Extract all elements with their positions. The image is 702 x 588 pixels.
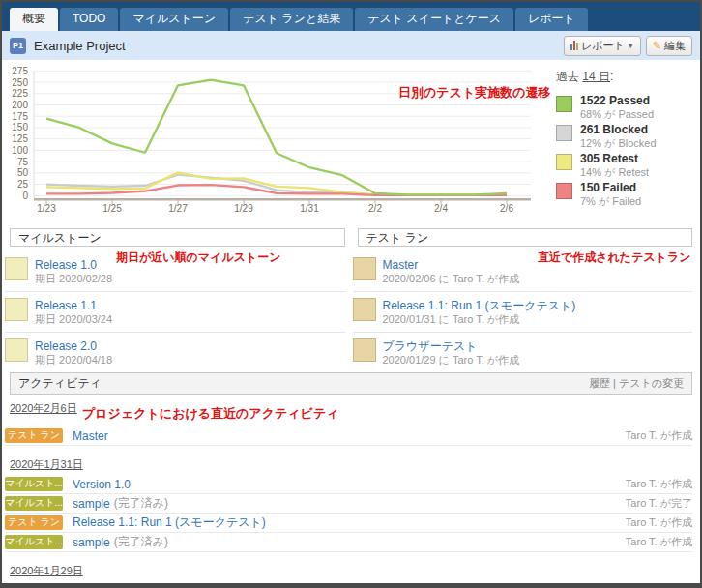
run-badge: テスト ラン xyxy=(5,515,63,530)
item-link[interactable]: Release 1.1: Run 1 (スモークテスト) xyxy=(383,300,576,311)
legend-pct: 12% が Blocked xyxy=(580,138,657,149)
activity-date: 2020年1月31日 xyxy=(10,458,83,471)
activity-links: 履歴 | テストの変更 xyxy=(589,376,684,391)
milestone-badge: マイルスト... xyxy=(5,496,63,511)
item-link[interactable]: Release 2.0 xyxy=(35,340,112,352)
legend-pct: 7% が Failed xyxy=(580,196,641,207)
legend-item: 150 Failed7% が Failed xyxy=(556,182,698,206)
project-badge: P1 xyxy=(10,38,26,54)
history-link[interactable]: 履歴 xyxy=(589,377,610,389)
item-subtext: 2020/02/06 に Taro T. が作成 xyxy=(383,274,520,284)
activity-entry-by: Taro T. が作成 xyxy=(626,477,692,491)
legend-pct: 14% が Retest xyxy=(580,167,649,178)
activity-entry: マイルスト...sample(完了済み)Taro T. が完了 xyxy=(5,494,692,514)
report-button[interactable]: レポート ▼ xyxy=(564,36,641,56)
legend-swatch xyxy=(556,96,572,112)
legend-item: 1522 Passed68% が Passed xyxy=(556,95,698,119)
activity-entry-by: Taro T. が完了 xyxy=(626,496,692,511)
tab-bar: 概要TODOマイルストーンテスト ランと結果テスト スイートとケースレポート xyxy=(2,2,700,31)
svg-text:1/29: 1/29 xyxy=(234,203,253,214)
activity-entry-suffix: (完了済み) xyxy=(114,534,168,550)
legend-pct: 68% が Passed xyxy=(580,109,654,120)
tab-2[interactable]: マイルストーン xyxy=(120,8,228,31)
tab-0[interactable]: 概要 xyxy=(10,8,58,31)
annotation-milestones: 期日が近い順のマイルストーン xyxy=(116,250,281,265)
milestone-badge: マイルスト... xyxy=(5,535,63,549)
activity-entry-link[interactable]: Release 1.1: Run 1 (スモークテスト) xyxy=(73,514,266,531)
test-run-icon xyxy=(353,257,376,280)
tab-4[interactable]: テスト スイートとケース xyxy=(355,8,513,31)
activity-entry-by: Taro T. が作成 xyxy=(626,515,692,530)
test-run-icon xyxy=(353,298,376,321)
activity-entry: テスト ランMasterTaro T. が作成 xyxy=(5,426,692,446)
milestone-badge: マイルスト... xyxy=(5,477,63,491)
svg-text:2/4: 2/4 xyxy=(434,203,448,214)
svg-text:1/27: 1/27 xyxy=(168,203,188,214)
activity-entry-link[interactable]: sample xyxy=(73,536,110,549)
legend-count: 150 Failed xyxy=(580,182,641,193)
svg-text:175: 175 xyxy=(12,111,28,122)
activity-entry: マイルスト...Version 1.0Taro T. が作成 xyxy=(5,475,692,494)
item-link[interactable]: Release 1.1 xyxy=(35,300,112,311)
chevron-down-icon: ▼ xyxy=(628,40,634,52)
run-badge: テスト ラン xyxy=(5,428,63,443)
chart-legend: 過去 14 日: 1522 Passed68% が Passed261 Bloc… xyxy=(551,60,698,217)
item-subtext: 期日 2020/02/28 xyxy=(35,274,112,284)
svg-text:125: 125 xyxy=(12,133,28,144)
activity-entry-link[interactable]: Master xyxy=(73,429,108,443)
svg-text:100: 100 xyxy=(12,145,28,156)
test-runs-panel-header: テスト ラン xyxy=(358,228,693,247)
legend-item: 305 Retest14% が Retest xyxy=(556,153,698,177)
svg-text:200: 200 xyxy=(12,100,28,110)
svg-text:1/31: 1/31 xyxy=(300,203,319,214)
svg-text:150: 150 xyxy=(12,122,28,132)
panels-row: マイルストーン Release 1.0期日 2020/02/28Release … xyxy=(2,217,700,372)
annotation-chart: 日別のテスト実施数の遷移 xyxy=(398,85,551,100)
svg-text:1/25: 1/25 xyxy=(102,203,122,214)
svg-text:225: 225 xyxy=(12,88,28,99)
bar-chart-icon xyxy=(570,41,578,50)
activity-date: 2020年2月6日 xyxy=(10,402,77,415)
activity-section: アクティビティ 履歴 | テストの変更 2020年2月6日テスト ランMaste… xyxy=(2,372,700,577)
edit-button[interactable]: ✎ 編集 xyxy=(646,36,692,56)
activity-header: アクティビティ 履歴 | テストの変更 xyxy=(10,372,692,395)
legend-count: 261 Blocked xyxy=(580,124,657,135)
svg-text:1/23: 1/23 xyxy=(37,203,56,214)
svg-text:0: 0 xyxy=(22,191,28,201)
activity-entry-link[interactable]: sample xyxy=(73,497,110,511)
list-item: Release 1.1期日 2020/03/24 xyxy=(5,291,345,332)
milestone-icon xyxy=(5,298,28,321)
pencil-icon: ✎ xyxy=(653,40,661,52)
item-subtext: 期日 2020/04/18 xyxy=(35,355,112,366)
tab-1[interactable]: TODO xyxy=(60,8,118,31)
list-item: Release 1.1: Run 1 (スモークテスト)2020/01/31 に… xyxy=(353,291,693,332)
tab-3[interactable]: テスト ランと結果 xyxy=(230,8,353,31)
activity-entry-by: Taro T. が作成 xyxy=(626,428,692,443)
project-title: Example Project xyxy=(34,39,559,53)
page: 概要TODOマイルストーンテスト ランと結果テスト スイートとケースレポート P… xyxy=(0,0,702,588)
test-changes-link[interactable]: テストの変更 xyxy=(619,377,684,389)
activity-date: 2020年1月29日 xyxy=(10,565,83,577)
legend-count: 305 Retest xyxy=(580,153,649,164)
item-link[interactable]: ブラウザーテスト xyxy=(383,340,520,352)
svg-text:250: 250 xyxy=(12,77,28,88)
activity-entry: テスト ランRelease 1.1: Run 1 (スモークテスト)Taro T… xyxy=(5,514,692,533)
svg-text:75: 75 xyxy=(17,157,29,167)
list-item: ブラウザーテスト2020/01/29 に Taro T. が作成 xyxy=(353,332,693,372)
project-header: P1 Example Project レポート ▼ ✎ 編集 xyxy=(2,31,700,60)
milestones-panel-header: マイルストーン xyxy=(10,228,345,247)
svg-text:2/6: 2/6 xyxy=(500,203,513,214)
tab-5[interactable]: レポート xyxy=(515,8,588,31)
list-item: Release 2.0期日 2020/04/18 xyxy=(5,332,345,372)
milestone-icon xyxy=(5,257,28,280)
item-subtext: 期日 2020/03/24 xyxy=(35,314,112,325)
svg-text:25: 25 xyxy=(17,179,29,190)
item-link[interactable]: Release 1.0 xyxy=(35,259,112,271)
period-link[interactable]: 14 日 xyxy=(582,70,610,83)
item-link[interactable]: Master xyxy=(383,259,520,271)
legend-count: 1522 Passed xyxy=(580,95,654,106)
legend-swatch xyxy=(556,125,572,141)
milestone-icon xyxy=(5,338,28,362)
chart-section: 02550751001251501752002252502751/231/251… xyxy=(2,60,700,217)
activity-entry-link[interactable]: Version 1.0 xyxy=(73,478,131,491)
